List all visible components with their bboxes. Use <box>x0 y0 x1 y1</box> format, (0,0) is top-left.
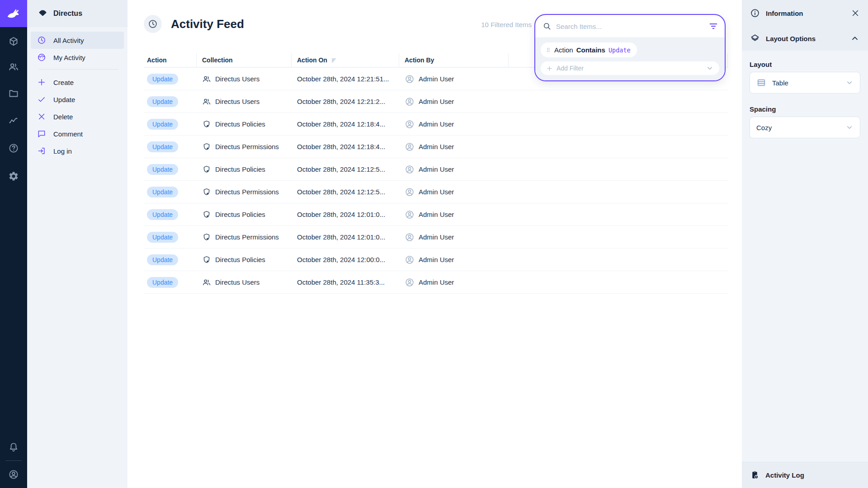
action-by-user: Admin User <box>419 143 454 150</box>
module-content-button[interactable] <box>8 36 19 47</box>
cell-action-on: October 28th, 2024 12:18:4... <box>292 120 399 128</box>
spacing-select[interactable]: Cozy <box>750 117 860 138</box>
action-badge: Update <box>147 254 178 265</box>
activity-log-button[interactable]: Activity Log <box>742 462 868 488</box>
module-help-button[interactable] <box>8 143 19 154</box>
action-on-date: October 28th, 2024 12:21:2... <box>297 98 385 105</box>
module-files-button[interactable] <box>8 88 19 99</box>
cell-action: Update <box>144 96 197 107</box>
nav-item-create[interactable]: Create <box>31 74 124 91</box>
filter-operator: Contains <box>576 46 605 54</box>
module-notifications-button[interactable] <box>8 442 19 453</box>
cell-action-by: Admin User <box>399 119 509 129</box>
column-label: Collection <box>202 56 233 64</box>
drag-handle-icon[interactable] <box>545 47 551 53</box>
layout-options-label: Layout Options <box>766 35 816 42</box>
filter-list-icon[interactable] <box>708 21 718 31</box>
activity-log-label: Activity Log <box>765 471 804 479</box>
nav-item-update[interactable]: Update <box>31 91 124 108</box>
search-filter-popup: Action Contains Update Add Filter <box>534 14 726 81</box>
module-insights-button[interactable] <box>8 115 19 126</box>
avatar-icon <box>405 74 415 84</box>
column-label: Action <box>147 56 167 64</box>
cell-action-by: Admin User <box>399 187 509 197</box>
cell-action: Update <box>144 74 197 84</box>
collection-name: Directus Permissions <box>215 233 279 241</box>
collection-name: Directus Permissions <box>215 188 279 196</box>
nav-item-comment[interactable]: Comment <box>31 125 124 142</box>
table-row[interactable]: UpdateDirectus PoliciesOctober 28th, 202… <box>144 249 728 271</box>
cell-action-on: October 28th, 2024 12:00:0... <box>292 256 399 263</box>
clipboard-clock-icon <box>750 470 760 480</box>
table-row[interactable]: UpdateDirectus PermissionsOctober 28th, … <box>144 136 728 158</box>
project-fan-icon <box>38 9 47 19</box>
cell-action-by: Admin User <box>399 74 509 84</box>
action-on-date: October 28th, 2024 12:01:0... <box>297 233 385 241</box>
nav-item-all-activity[interactable]: All Activity <box>31 32 124 49</box>
column-header-action-on[interactable]: Action On <box>292 53 399 67</box>
users-icon <box>202 75 211 84</box>
table-rows-icon <box>756 78 766 88</box>
table-row[interactable]: UpdateDirectus UsersOctober 28th, 2024 1… <box>144 271 728 294</box>
account-circle-icon <box>8 469 19 480</box>
column-header-action[interactable]: Action <box>144 53 197 67</box>
table-row[interactable]: UpdateDirectus PoliciesOctober 28th, 202… <box>144 203 728 226</box>
collection-name: Directus Policies <box>215 120 265 128</box>
spacing-field-label: Spacing <box>750 105 860 113</box>
cell-action-by: Admin User <box>399 97 509 107</box>
policy-shield-icon <box>202 142 211 151</box>
project-switcher[interactable]: Directus <box>27 0 127 27</box>
right-sidebar: Information Layout Options Layout Table … <box>742 0 868 488</box>
add-filter-label: Add Filter <box>557 65 584 72</box>
cell-action-by: Admin User <box>399 164 509 174</box>
avatar-icon <box>405 277 415 287</box>
column-header-collection[interactable]: Collection <box>197 53 292 67</box>
nav-item-log-in[interactable]: Log in <box>31 142 124 160</box>
collection-name: Directus Users <box>215 75 259 83</box>
sidebar-section-information[interactable]: Information <box>742 0 868 26</box>
cell-action-by: Admin User <box>399 232 509 242</box>
cell-action-by: Admin User <box>399 210 509 220</box>
policy-shield-icon <box>202 188 211 197</box>
module-account-button[interactable] <box>8 469 19 480</box>
gear-icon <box>8 171 19 182</box>
cell-action-on: October 28th, 2024 12:12:5... <box>292 188 399 196</box>
nav-item-label: All Activity <box>53 37 84 44</box>
table-row[interactable]: UpdateDirectus PoliciesOctober 28th, 202… <box>144 158 728 181</box>
action-by-user: Admin User <box>419 120 454 128</box>
clock-icon <box>148 19 158 29</box>
collection-name: Directus Policies <box>215 211 265 218</box>
table-row[interactable]: UpdateDirectus PoliciesOctober 28th, 202… <box>144 113 728 136</box>
table-body: UpdateDirectus UsersOctober 28th, 2024 1… <box>144 68 728 294</box>
nav-item-label: My Activity <box>53 54 85 61</box>
column-header-action-by[interactable]: Action By <box>399 53 509 67</box>
layout-select[interactable]: Table <box>750 72 860 94</box>
policy-shield-icon <box>202 120 211 129</box>
sidebar-section-layout-options[interactable]: Layout Options <box>742 26 868 51</box>
layout-select-value: Table <box>772 79 788 87</box>
nav-item-my-activity[interactable]: My Activity <box>31 49 124 66</box>
table-row[interactable]: UpdateDirectus UsersOctober 28th, 2024 1… <box>144 90 728 113</box>
avatar-icon <box>405 232 415 242</box>
nav-item-delete[interactable]: Delete <box>31 108 124 125</box>
chevron-down-icon <box>845 79 854 87</box>
login-icon <box>37 146 46 155</box>
close-icon <box>37 112 46 121</box>
filter-chip-action-contains-update[interactable]: Action Contains Update <box>541 42 637 57</box>
search-input[interactable] <box>556 23 704 30</box>
close-icon[interactable] <box>851 9 860 18</box>
main-content: Activity Feed 10 Filtered Items Action C… <box>127 0 742 488</box>
cell-action: Update <box>144 254 197 265</box>
activity-table: Action Collection Action On Action By Up… <box>144 53 728 294</box>
action-by-user: Admin User <box>419 278 454 286</box>
module-user-directory-button[interactable] <box>8 61 19 72</box>
table-row[interactable]: UpdateDirectus PermissionsOctober 28th, … <box>144 181 728 203</box>
directus-logo[interactable] <box>0 0 27 27</box>
add-filter-button[interactable]: Add Filter <box>541 61 719 75</box>
cell-collection: Directus Policies <box>197 210 292 219</box>
table-row[interactable]: UpdateDirectus PermissionsOctober 28th, … <box>144 226 728 249</box>
module-settings-button[interactable] <box>8 171 19 182</box>
filter-field: Action <box>554 46 573 54</box>
action-by-user: Admin User <box>419 233 454 241</box>
action-by-user: Admin User <box>419 256 454 263</box>
